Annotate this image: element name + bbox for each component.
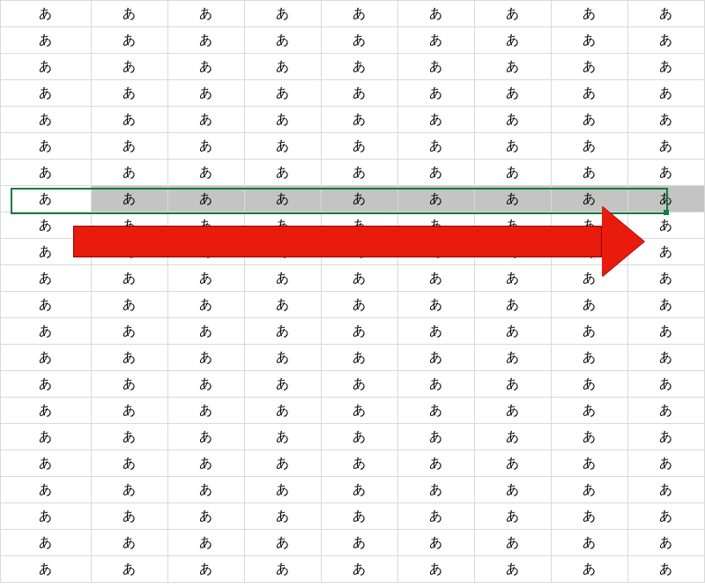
cell[interactable]: あ xyxy=(551,530,627,556)
cell[interactable]: あ xyxy=(1,450,92,477)
cell[interactable]: あ xyxy=(321,1,397,27)
cell[interactable]: あ xyxy=(551,292,627,318)
cell[interactable]: あ xyxy=(551,107,627,133)
cell[interactable]: あ xyxy=(167,530,244,556)
cell[interactable]: あ xyxy=(1,1,92,27)
cell[interactable]: あ xyxy=(397,503,474,530)
cell[interactable]: あ xyxy=(167,27,244,54)
cell[interactable]: あ xyxy=(91,371,167,398)
cell[interactable]: あ xyxy=(321,477,397,503)
cell[interactable]: あ xyxy=(244,450,321,477)
cell[interactable]: あ xyxy=(627,398,704,424)
cell[interactable]: あ xyxy=(627,186,704,212)
cell[interactable]: あ xyxy=(397,239,474,265)
cell[interactable]: あ xyxy=(397,371,474,398)
cell[interactable]: あ xyxy=(321,265,397,292)
cell[interactable]: あ xyxy=(91,107,167,133)
cell[interactable]: あ xyxy=(627,1,704,27)
cell[interactable]: あ xyxy=(627,292,704,318)
cell[interactable]: あ xyxy=(1,80,92,107)
cell[interactable]: あ xyxy=(244,530,321,556)
cell[interactable]: あ xyxy=(167,398,244,424)
cell[interactable]: あ xyxy=(91,133,167,160)
cell[interactable]: あ xyxy=(627,107,704,133)
cell[interactable]: あ xyxy=(397,160,474,186)
cell[interactable]: あ xyxy=(1,107,92,133)
cell[interactable]: あ xyxy=(167,477,244,503)
cell[interactable]: あ xyxy=(551,318,627,345)
cell[interactable]: あ xyxy=(397,477,474,503)
cell[interactable]: あ xyxy=(1,556,92,583)
cell[interactable]: あ xyxy=(1,160,92,186)
cell[interactable]: あ xyxy=(244,160,321,186)
cell[interactable]: あ xyxy=(1,345,92,371)
cell[interactable]: あ xyxy=(321,318,397,345)
cell[interactable]: あ xyxy=(474,107,551,133)
cell[interactable]: あ xyxy=(244,292,321,318)
cell[interactable]: あ xyxy=(321,54,397,80)
cell[interactable]: あ xyxy=(474,556,551,583)
cell[interactable]: あ xyxy=(474,1,551,27)
cell[interactable]: あ xyxy=(551,239,627,265)
cell[interactable]: あ xyxy=(627,477,704,503)
cell[interactable]: あ xyxy=(474,371,551,398)
cell[interactable]: あ xyxy=(1,424,92,450)
cell[interactable]: あ xyxy=(91,239,167,265)
cell[interactable]: あ xyxy=(397,398,474,424)
cell[interactable]: あ xyxy=(551,424,627,450)
cell[interactable]: あ xyxy=(91,186,167,212)
cell[interactable]: あ xyxy=(551,54,627,80)
cell[interactable]: あ xyxy=(244,398,321,424)
cell[interactable]: あ xyxy=(321,398,397,424)
cell[interactable]: あ xyxy=(551,450,627,477)
cell[interactable]: あ xyxy=(627,133,704,160)
cell[interactable]: あ xyxy=(627,503,704,530)
cell[interactable]: あ xyxy=(167,424,244,450)
cell[interactable]: あ xyxy=(551,265,627,292)
cell[interactable]: あ xyxy=(627,424,704,450)
cell[interactable]: あ xyxy=(551,371,627,398)
cell[interactable]: あ xyxy=(1,239,92,265)
cell[interactable]: あ xyxy=(244,186,321,212)
cell[interactable]: あ xyxy=(627,54,704,80)
cell[interactable]: あ xyxy=(474,27,551,54)
cell[interactable]: あ xyxy=(1,265,92,292)
cell[interactable]: あ xyxy=(167,239,244,265)
cell[interactable]: あ xyxy=(321,530,397,556)
cell[interactable]: あ xyxy=(1,318,92,345)
cell[interactable]: あ xyxy=(627,371,704,398)
cell[interactable]: あ xyxy=(244,371,321,398)
cell[interactable]: あ xyxy=(474,186,551,212)
cell[interactable]: あ xyxy=(627,450,704,477)
cell[interactable]: あ xyxy=(474,345,551,371)
cell[interactable]: あ xyxy=(551,503,627,530)
cell[interactable]: あ xyxy=(167,265,244,292)
cell[interactable]: あ xyxy=(474,503,551,530)
cell[interactable]: あ xyxy=(321,80,397,107)
cell[interactable]: あ xyxy=(397,265,474,292)
cell[interactable]: あ xyxy=(244,318,321,345)
cell[interactable]: あ xyxy=(1,398,92,424)
cell[interactable]: あ xyxy=(551,556,627,583)
cell[interactable]: あ xyxy=(397,212,474,239)
cell[interactable]: あ xyxy=(397,450,474,477)
cell[interactable]: あ xyxy=(321,27,397,54)
cell[interactable]: あ xyxy=(91,530,167,556)
cell[interactable]: あ xyxy=(244,239,321,265)
cell[interactable]: あ xyxy=(244,345,321,371)
cell[interactable]: あ xyxy=(474,398,551,424)
cell[interactable]: あ xyxy=(91,556,167,583)
cell[interactable]: あ xyxy=(474,212,551,239)
cell[interactable]: あ xyxy=(551,80,627,107)
cell[interactable]: あ xyxy=(321,186,397,212)
cell[interactable]: あ xyxy=(551,186,627,212)
cell[interactable]: あ xyxy=(474,450,551,477)
cell[interactable]: あ xyxy=(1,503,92,530)
cell[interactable]: あ xyxy=(397,292,474,318)
cell[interactable]: あ xyxy=(1,530,92,556)
cell[interactable]: あ xyxy=(551,477,627,503)
cell[interactable]: あ xyxy=(321,133,397,160)
cell[interactable]: あ xyxy=(167,503,244,530)
cell[interactable]: あ xyxy=(167,107,244,133)
cell[interactable]: あ xyxy=(244,265,321,292)
